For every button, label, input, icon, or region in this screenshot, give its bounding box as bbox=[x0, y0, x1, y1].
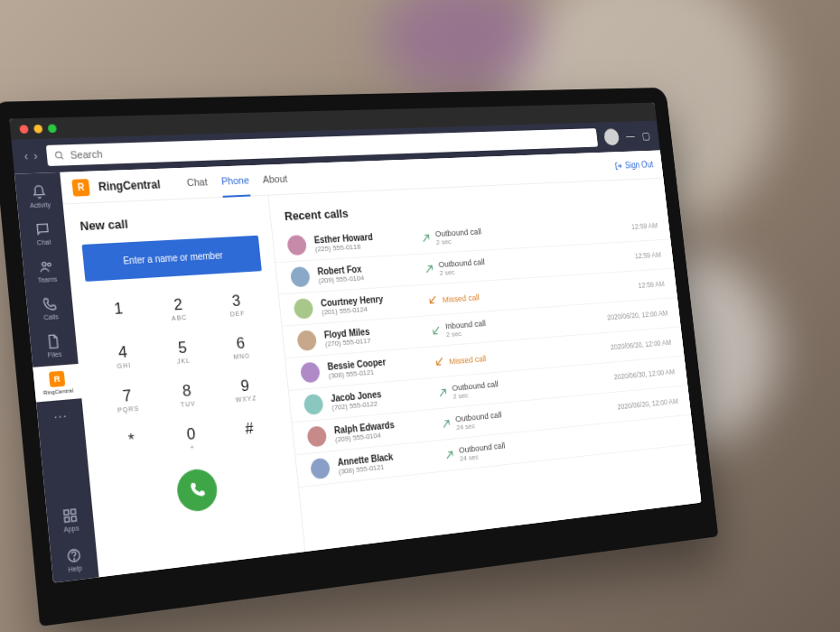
svg-rect-6 bbox=[64, 517, 69, 523]
contact-info: Jacob Jones(702) 555-0122 bbox=[331, 385, 431, 412]
rail-item-ringcentral[interactable]: R RingCentral bbox=[33, 364, 81, 403]
nav-forward-icon[interactable]: › bbox=[33, 149, 39, 163]
call-direction-icon bbox=[424, 264, 434, 274]
call-direction-icon bbox=[444, 449, 455, 460]
nav-back-icon[interactable]: ‹ bbox=[23, 150, 29, 163]
keypad-letters: GHI bbox=[117, 361, 131, 369]
call-duration: 2 sec bbox=[446, 328, 488, 339]
call-timestamp: 2020/06/20, 12:00 AM bbox=[617, 396, 678, 411]
call-timestamp: 12:59 AM bbox=[638, 280, 665, 290]
svg-point-3 bbox=[48, 263, 51, 266]
keypad-key-2[interactable]: 2ABC bbox=[153, 288, 205, 329]
contact-info: Bessie Cooper(308) 555-0121 bbox=[327, 354, 427, 380]
rail-label: Apps bbox=[63, 525, 79, 533]
rail-item-more[interactable]: ··· bbox=[36, 400, 84, 431]
call-direction-icon bbox=[431, 325, 442, 337]
rail-label: Activity bbox=[30, 201, 51, 209]
rail-label: Help bbox=[68, 564, 82, 572]
rail-item-teams[interactable]: Teams bbox=[23, 252, 71, 290]
keypad-letters: WXYZ bbox=[235, 395, 257, 403]
laptop-frame: ‹ › Search — ▢ Activity bbox=[0, 88, 718, 627]
call-button[interactable] bbox=[175, 468, 219, 514]
contact-avatar bbox=[310, 458, 331, 480]
people-icon bbox=[38, 258, 54, 274]
call-timestamp: 2020/06/20, 12:00 AM bbox=[607, 309, 668, 321]
keypad-letters: TUV bbox=[180, 400, 196, 408]
ellipsis-icon: ··· bbox=[52, 407, 68, 423]
contact-avatar bbox=[296, 330, 317, 351]
minimize-icon[interactable]: — bbox=[625, 131, 635, 143]
keypad-key-5[interactable]: 5JKL bbox=[156, 330, 209, 372]
svg-point-2 bbox=[42, 262, 47, 265]
help-icon bbox=[66, 547, 82, 564]
keypad-digit: 0 bbox=[186, 424, 196, 444]
sign-out-link[interactable]: Sign Out bbox=[614, 160, 653, 171]
call-timestamp: 2020/06/30, 12:00 AM bbox=[613, 367, 675, 381]
keypad-digit: 1 bbox=[113, 299, 124, 319]
call-direction-icon bbox=[437, 386, 448, 398]
keypad-key-6[interactable]: 6MNO bbox=[215, 326, 266, 367]
file-icon bbox=[45, 333, 61, 349]
svg-rect-5 bbox=[70, 509, 75, 515]
contact-info: Ralph Edwards(209) 555-0104 bbox=[333, 416, 434, 444]
maximize-window-icon[interactable] bbox=[48, 124, 57, 133]
call-type: Missed call bbox=[427, 281, 631, 305]
keypad-key-1[interactable]: 1 bbox=[92, 292, 145, 333]
keypad-digit: 5 bbox=[177, 338, 187, 357]
contact-info: Robert Fox(209) 555-0104 bbox=[317, 261, 417, 285]
tab-about[interactable]: About bbox=[261, 163, 289, 195]
contact-avatar bbox=[286, 235, 307, 256]
chat-icon bbox=[34, 221, 51, 237]
minimize-window-icon[interactable] bbox=[33, 124, 42, 133]
contact-info: Floyd Miles(270) 555-0117 bbox=[323, 322, 424, 348]
tab-phone[interactable]: Phone bbox=[219, 165, 250, 198]
tab-chat[interactable]: Chat bbox=[185, 166, 209, 199]
rail-label: Files bbox=[47, 350, 61, 358]
keypad-key-#[interactable]: # bbox=[224, 411, 275, 452]
contact-avatar bbox=[306, 425, 327, 447]
contact-avatar bbox=[303, 394, 324, 415]
keypad-digit: 8 bbox=[182, 381, 191, 401]
keypad-key-4[interactable]: 4GHI bbox=[97, 335, 150, 376]
keypad-digit: 3 bbox=[231, 292, 241, 311]
keypad-key-0[interactable]: 0+ bbox=[165, 416, 218, 459]
rail-item-apps[interactable]: Apps bbox=[46, 499, 95, 543]
keypad-letters: PQRS bbox=[117, 404, 140, 414]
contact-info: Esther Howard(225) 555-0118 bbox=[313, 230, 414, 254]
keypad-letters: + bbox=[190, 443, 195, 451]
call-direction-icon bbox=[441, 418, 452, 430]
keypad-digit: * bbox=[127, 430, 135, 450]
recent-calls-panel: Recent calls Esther Howard(225) 555-0118… bbox=[268, 179, 701, 552]
recent-calls-list: Esther Howard(225) 555-0118Outbound call… bbox=[273, 210, 702, 552]
keypad-digit: 2 bbox=[173, 295, 182, 314]
rail-item-help[interactable]: Help bbox=[50, 539, 98, 582]
dialer-keypad: 1 2ABC3DEF4GHI5JKL6MNO7PQRS8TUV9WXYZ* 0+… bbox=[87, 283, 280, 465]
call-duration: 2 sec bbox=[435, 236, 482, 246]
close-window-icon[interactable] bbox=[19, 125, 28, 134]
call-timestamp: 12:59 AM bbox=[631, 221, 658, 231]
keypad-key-*[interactable]: * bbox=[105, 422, 158, 465]
fullscreen-icon[interactable]: ▢ bbox=[641, 130, 650, 142]
rail-item-chat[interactable]: Chat bbox=[19, 215, 68, 253]
keypad-digit: 7 bbox=[122, 386, 133, 406]
rail-label: Chat bbox=[36, 238, 51, 246]
keypad-key-9[interactable]: 9WXYZ bbox=[219, 368, 270, 410]
content-area: R RingCentral Chat Phone About Sign Out bbox=[60, 150, 701, 577]
keypad-key-3[interactable]: 3DEF bbox=[211, 284, 262, 324]
rail-item-calls[interactable]: Calls bbox=[25, 289, 74, 328]
app-title: RingCentral bbox=[98, 178, 161, 193]
dialer-input[interactable]: Enter a name or member bbox=[82, 236, 262, 282]
contact-info: Courtney Henry(201) 555-0124 bbox=[321, 292, 421, 316]
keypad-digit: 4 bbox=[117, 342, 128, 362]
rail-item-files[interactable]: Files bbox=[29, 327, 78, 366]
keypad-key-7[interactable]: 7PQRS bbox=[100, 378, 154, 421]
keypad-letters: DEF bbox=[229, 310, 245, 317]
tabs: Chat Phone About bbox=[185, 163, 289, 199]
user-avatar[interactable] bbox=[603, 128, 620, 145]
dialer-title: New call bbox=[79, 210, 257, 233]
keypad-key-8[interactable]: 8TUV bbox=[161, 374, 213, 415]
bell-icon bbox=[31, 184, 47, 200]
call-timestamp: 12:59 AM bbox=[634, 250, 661, 260]
svg-rect-4 bbox=[64, 510, 69, 516]
rail-item-activity[interactable]: Activity bbox=[15, 178, 64, 215]
